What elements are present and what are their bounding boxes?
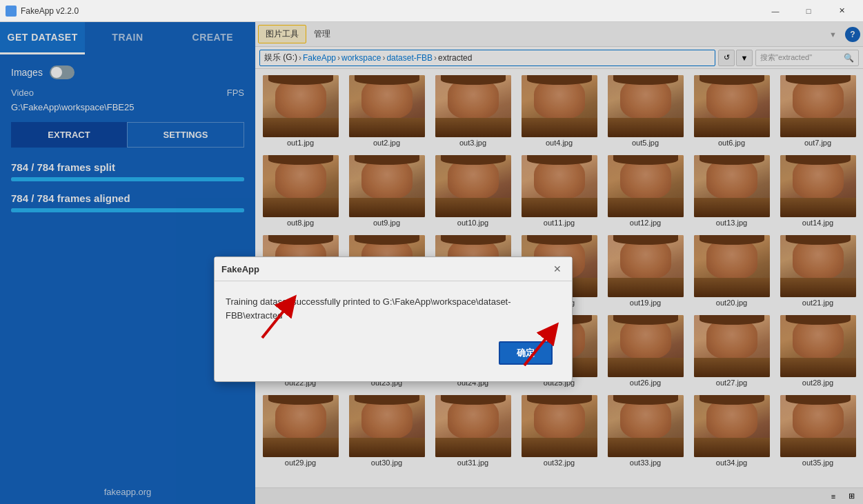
dialog-message: Training dataset successfully printed to…: [226, 295, 561, 322]
dialog-close-button[interactable]: ✕: [550, 261, 565, 276]
dialog: FakeApp ✕ Training dataset successfully …: [214, 256, 573, 382]
app-title: FakeApp v2.2.0: [21, 6, 79, 16]
window-controls: — □ ✕: [760, 0, 857, 22]
dialog-ok-button[interactable]: 确定: [499, 341, 553, 365]
dialog-title: FakeApp: [221, 264, 259, 274]
dialog-body: Training dataset successfully printed to…: [215, 281, 572, 381]
title-bar: FakeApp v2.2.0 — □ ✕: [0, 0, 863, 22]
maximize-button[interactable]: □: [793, 0, 824, 22]
close-button[interactable]: ✕: [826, 0, 857, 22]
minimize-button[interactable]: —: [760, 0, 791, 22]
dialog-footer: 确定: [226, 336, 561, 370]
app-icon: [6, 6, 17, 17]
dialog-title-bar: FakeApp ✕: [215, 257, 572, 281]
dialog-overlay: FakeApp ✕ Training dataset successfully …: [0, 22, 863, 504]
